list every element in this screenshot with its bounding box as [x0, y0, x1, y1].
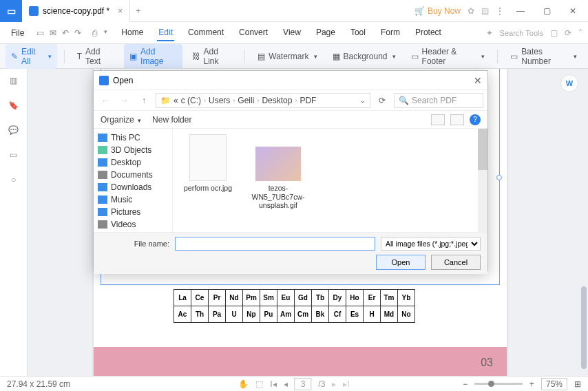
refresh-button[interactable]: ⟳ [375, 93, 390, 108]
zoom-slider[interactable] [474, 383, 523, 385]
wand-icon[interactable]: ✦ [486, 28, 493, 38]
resize-handle[interactable] [496, 175, 502, 180]
redo-icon[interactable]: ↷ [74, 28, 81, 38]
background-button[interactable]: ▦Background▾ [327, 49, 401, 64]
undo-icon[interactable]: ↶ [62, 28, 69, 38]
search-rail-icon[interactable]: ○ [8, 173, 20, 186]
share-icon[interactable]: ✿ [468, 6, 474, 16]
crumb[interactable]: PDF [300, 96, 316, 105]
notifications-icon[interactable]: ▤ [481, 6, 489, 16]
pdf-icon [29, 6, 39, 16]
comment-rail-icon[interactable]: 💬 [8, 124, 20, 136]
dialog-search-input[interactable]: 🔍 Search PDF [394, 93, 483, 108]
add-image-button[interactable]: ▣Add Image [124, 44, 182, 69]
add-tab-button[interactable]: + [130, 6, 146, 16]
bookmark-icon[interactable]: 🔖 [8, 99, 20, 112]
watermark-button[interactable]: ▤Watermark▾ [252, 49, 322, 64]
zoom-out-button[interactable]: − [463, 379, 468, 389]
file-list[interactable]: perform ocr.jpg tezos-WN5_7UBc7cw-unspla… [173, 129, 487, 232]
hand-tool-icon[interactable]: ✋ [238, 379, 249, 389]
filename-label: File name: [101, 240, 169, 248]
preview-pane-button[interactable] [450, 114, 464, 125]
crumb[interactable]: Geili [238, 96, 254, 105]
next-page-button[interactable]: ▸ [332, 379, 336, 389]
tab-edit[interactable]: Edit [157, 25, 174, 41]
filename-input[interactable] [175, 237, 375, 251]
mail-icon[interactable]: ✉ [50, 28, 56, 38]
organize-menu[interactable]: Organize ▾ [101, 115, 141, 125]
collapse-icon[interactable]: ˄ [578, 28, 582, 38]
nav-up-button[interactable]: ↑ [136, 93, 151, 108]
new-folder-button[interactable]: New folder [152, 115, 191, 125]
tab-home[interactable]: Home [120, 25, 145, 41]
search-tools-input[interactable]: Search Tools [500, 29, 543, 37]
help-button[interactable]: ? [470, 114, 481, 125]
dialog-title: Open [113, 76, 133, 85]
tree-item-desktop[interactable]: Desktop [94, 156, 172, 169]
more-icon[interactable]: ⋮ [496, 6, 504, 16]
zoom-value[interactable]: 75% [541, 378, 567, 390]
view-mode-button[interactable] [431, 114, 445, 125]
current-page-input[interactable]: 3 [295, 378, 312, 390]
nav-back-button[interactable]: ← [98, 93, 113, 108]
first-page-button[interactable]: I◂ [270, 379, 276, 389]
tab-page[interactable]: Page [315, 25, 337, 41]
tree-item-music[interactable]: Music [94, 193, 172, 206]
tree-item-videos[interactable]: Videos [94, 218, 172, 231]
tree-item-3d[interactable]: 3D Objects [94, 144, 172, 156]
cancel-button[interactable]: Cancel [431, 255, 481, 270]
select-tool-icon[interactable]: ⬚ [255, 379, 263, 389]
edit-all-button[interactable]: ✎Edit All▾ [6, 44, 57, 69]
text-icon: T [77, 52, 82, 61]
dialog-toolbar: Organize ▾ New folder ? [94, 111, 487, 129]
tab-convert[interactable]: Convert [238, 25, 269, 41]
buy-now-link[interactable]: 🛒 Buy Now [414, 6, 461, 16]
file-item[interactable]: tezos-WN5_7UBc7cw-unsplash.gif [251, 134, 305, 226]
tab-tool[interactable]: Tool [349, 25, 367, 41]
tree-item-thispc[interactable]: This PC [94, 131, 172, 144]
open-button[interactable]: Open [376, 255, 426, 270]
file-menu[interactable]: File [6, 28, 30, 38]
print-icon[interactable]: ⎙ [92, 28, 97, 38]
file-scrollbar[interactable] [478, 129, 487, 232]
nav-forward-button[interactable]: → [117, 93, 132, 108]
file-item[interactable]: perform ocr.jpg [181, 134, 235, 226]
add-link-button[interactable]: ⛓Add Link [187, 44, 238, 69]
thumbnails-icon[interactable]: ▥ [8, 74, 20, 87]
maximize-button[interactable]: ▢ [537, 1, 556, 21]
statusbar: 27.94 x 21.59 cm ✋ ⬚ I◂ ◂ 3 /3 ▸ ▸I − + … [0, 376, 588, 391]
tree-item-pictures[interactable]: Pictures [94, 206, 172, 218]
prev-page-button[interactable]: ◂ [284, 379, 288, 389]
crumb[interactable]: Users [209, 96, 230, 105]
tree-item-downloads[interactable]: Downloads [94, 181, 172, 193]
path-dropdown-icon[interactable]: ⌄ [360, 97, 366, 104]
attachment-icon[interactable]: ▭ [8, 149, 20, 161]
save-icon[interactable]: ▭ [36, 28, 44, 38]
tab-view[interactable]: View [282, 25, 302, 41]
document-tab[interactable]: science-copy.pdf * × [22, 0, 130, 22]
cloud-icon[interactable]: ⟳ [565, 28, 571, 38]
add-text-button[interactable]: TAdd Text [72, 44, 120, 69]
bates-button[interactable]: ▭Bates Number▾ [505, 44, 582, 69]
tree-item-documents[interactable]: Documents [94, 169, 172, 181]
dialog-close-button[interactable]: ✕ [474, 75, 482, 86]
tab-protect[interactable]: Protect [414, 25, 443, 41]
dialog-nav: ← → ↑ 📁 « c (C:)› Users› Geili› Desktop›… [94, 90, 487, 111]
filetype-select[interactable]: All image files (*.jpg;*.jpeg;*.jpe [381, 237, 481, 251]
vertical-scrollbar[interactable] [581, 286, 587, 369]
fit-icon[interactable]: ⊞ [574, 379, 581, 389]
app-icon: ▭ [0, 0, 22, 22]
tab-comment[interactable]: Comment [187, 25, 225, 41]
last-page-button[interactable]: ▸I [343, 379, 349, 389]
zoom-in-button[interactable]: + [529, 379, 534, 389]
minimize-button[interactable]: — [511, 1, 530, 21]
close-tab-icon[interactable]: × [118, 6, 123, 16]
crumb[interactable]: Desktop [262, 96, 292, 105]
header-footer-button[interactable]: ▭Header & Footer▾ [406, 44, 491, 69]
export-icon[interactable]: ▢ [550, 28, 558, 38]
word-export-badge[interactable]: W [560, 74, 578, 92]
close-window-button[interactable]: ✕ [563, 1, 582, 21]
breadcrumb[interactable]: 📁 « c (C:)› Users› Geili› Desktop› PDF ⌄ [156, 93, 370, 108]
tab-form[interactable]: Form [379, 25, 401, 41]
crumb[interactable]: c (C:) [181, 96, 201, 105]
